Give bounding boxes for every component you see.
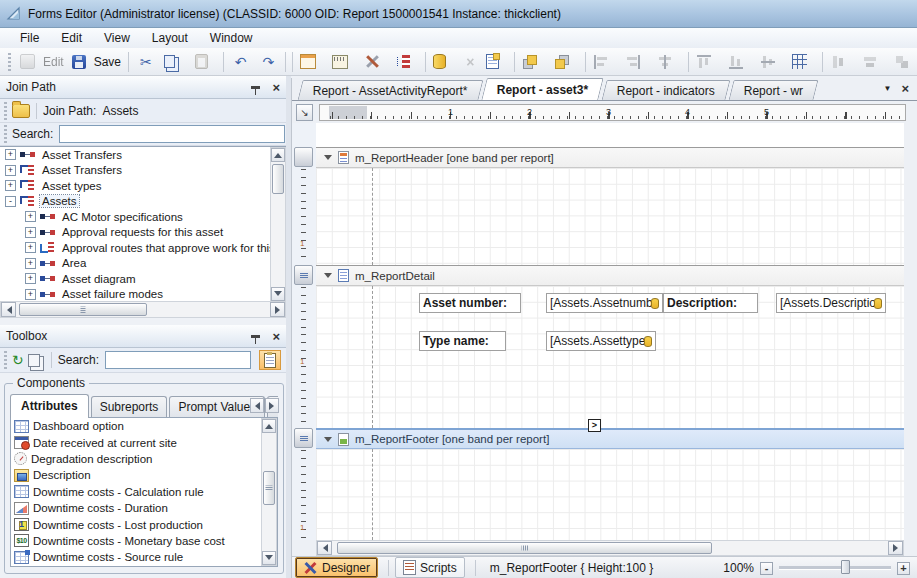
save-button[interactable]: Save: [68, 51, 125, 73]
join-path-search-input[interactable]: [59, 125, 285, 143]
tree-expand-box[interactable]: +: [25, 211, 36, 222]
zoom-out-button[interactable]: -: [760, 562, 773, 575]
tab-scroll-right-button[interactable]: [265, 398, 279, 413]
toolbar-grip[interactable]: [8, 53, 11, 71]
report-footer-band-header[interactable]: m_ReportFooter [one band per report]: [316, 428, 904, 449]
report-detail-band[interactable]: Asset number: [Assets.Assetnumber Descri…: [316, 286, 904, 428]
report-tools-button[interactable]: [360, 51, 392, 73]
tab-list-dropdown-icon[interactable]: ▼: [883, 84, 891, 93]
collapse-triangle-icon[interactable]: [324, 273, 332, 282]
tree-horizontal-scrollbar[interactable]: [0, 301, 286, 318]
size-both-button[interactable]: [890, 51, 917, 73]
tree-expand-box[interactable]: +: [25, 273, 36, 284]
scrollbar-thumb[interactable]: [272, 164, 284, 194]
type-name-data-field[interactable]: [Assets.Assettype.: [546, 331, 656, 351]
canvas-horizontal-scrollbar[interactable]: [316, 540, 904, 556]
description-label-field[interactable]: Description:: [663, 293, 758, 313]
align-centers-button[interactable]: [653, 51, 685, 73]
redo-button[interactable]: ↷: [255, 51, 283, 73]
close-icon[interactable]: ×: [272, 330, 280, 343]
components-tab-subreports[interactable]: Subreports: [91, 396, 168, 418]
scroll-up-button[interactable]: [271, 148, 285, 162]
report-detail-band-header[interactable]: m_ReportDetail: [316, 265, 904, 286]
component-downtime-costs-source-rule[interactable]: Downtime costs - Source rule: [11, 549, 277, 565]
menu-layout[interactable]: Layout: [142, 29, 198, 47]
band-drag-handle[interactable]: [294, 265, 313, 285]
collapse-triangle-icon[interactable]: [324, 155, 332, 164]
edit-button[interactable]: Edit: [16, 51, 68, 73]
asset-number-label-field[interactable]: Asset number:: [419, 293, 521, 313]
menu-edit[interactable]: Edit: [51, 29, 92, 47]
tree-item-assets[interactable]: - Assets: [0, 194, 286, 210]
send-to-back-button[interactable]: [550, 51, 582, 73]
delete-button[interactable]: ×: [458, 51, 482, 73]
description-data-field[interactable]: [Assets.Descriptio: [776, 293, 886, 313]
tree-item-asset-failure-modes[interactable]: + Asset failure modes: [0, 287, 286, 303]
doc-tab-asset3[interactable]: Report - asset3*: [481, 78, 604, 100]
component-downtime-costs-duration[interactable]: Downtime costs - Duration: [11, 500, 277, 516]
close-document-icon[interactable]: ×: [901, 82, 909, 95]
component-date-received-at-current-site[interactable]: Date received at current site: [11, 434, 277, 450]
tree-expand-box[interactable]: +: [25, 227, 36, 238]
designer-mode-button[interactable]: Designer: [295, 557, 378, 578]
tree-expand-box[interactable]: +: [5, 149, 16, 160]
close-icon[interactable]: ×: [272, 81, 280, 94]
tree-expand-box[interactable]: +: [5, 165, 16, 176]
component-description[interactable]: Description: [11, 467, 277, 483]
toolbar-grip[interactable]: [4, 351, 7, 369]
copy-button[interactable]: [160, 51, 191, 73]
tree-item-area[interactable]: + Area: [0, 256, 286, 272]
zoom-in-button[interactable]: +: [897, 562, 910, 575]
scroll-left-button[interactable]: [1, 302, 16, 317]
menu-file[interactable]: File: [10, 29, 49, 47]
tree-item-ac-motor-specifications[interactable]: + AC Motor specifications: [0, 209, 286, 225]
folder-icon[interactable]: [12, 104, 30, 118]
tree-vertical-scrollbar[interactable]: [270, 147, 286, 302]
report-notes-button[interactable]: [482, 51, 511, 73]
toolbar-grip[interactable]: [4, 125, 7, 143]
tree-item-asset-diagram[interactable]: + Asset diagram: [0, 271, 286, 287]
tab-scroll-left-button[interactable]: [250, 398, 264, 413]
size-to-tallest-button[interactable]: [826, 51, 858, 73]
asset-number-data-field[interactable]: [Assets.Assetnumber: [546, 293, 663, 313]
align-middles-button[interactable]: [756, 51, 788, 73]
tree-expand-box[interactable]: +: [5, 180, 16, 191]
tree-item-asset-transfers-2[interactable]: + Asset Transfers: [0, 163, 286, 179]
tree-item-asset-types[interactable]: + Asset types: [0, 178, 286, 194]
components-tab-attributes[interactable]: Attributes: [10, 394, 89, 418]
tree-expand-box[interactable]: +: [25, 242, 36, 253]
menu-window[interactable]: Window: [200, 29, 263, 47]
align-rights-button[interactable]: [621, 51, 653, 73]
select-report-button[interactable]: ↘: [296, 104, 313, 121]
components-vertical-scrollbar[interactable]: [261, 418, 277, 566]
report-footer-band[interactable]: [316, 449, 904, 540]
component-degradation-description[interactable]: Degradation description: [11, 451, 277, 467]
doc-tab-assetactivityreport[interactable]: Report - AssetActivityReport*: [298, 80, 484, 100]
align-lefts-button[interactable]: [589, 51, 621, 73]
scrollbar-thumb[interactable]: [263, 471, 275, 505]
doc-tab-wr[interactable]: Report - wr: [729, 80, 819, 100]
band-drag-handle[interactable]: [294, 147, 313, 167]
type-name-label-field[interactable]: Type name:: [419, 331, 506, 351]
scroll-up-button[interactable]: [262, 419, 276, 433]
scroll-down-button[interactable]: [262, 551, 276, 565]
scroll-down-button[interactable]: [271, 287, 285, 301]
zoom-slider-track[interactable]: [779, 566, 891, 570]
component-dashboard-option[interactable]: Dashboard option: [11, 418, 277, 434]
tree-expand-box[interactable]: +: [25, 289, 36, 300]
menu-view[interactable]: View: [94, 29, 140, 47]
form-properties-button[interactable]: [296, 51, 328, 73]
report-header-band[interactable]: [316, 168, 904, 265]
tree-expand-box[interactable]: -: [5, 196, 16, 207]
tree-expand-box[interactable]: +: [25, 258, 36, 269]
doc-tab-indicators[interactable]: Report - indicators: [602, 80, 731, 100]
tree-item-approval-routes[interactable]: + Approval routes that approve work for …: [0, 240, 286, 256]
cut-button[interactable]: ✂: [132, 51, 160, 73]
band-drag-handle[interactable]: [294, 428, 313, 448]
scripts-mode-button[interactable]: Scripts: [395, 557, 465, 578]
pin-icon[interactable]: [251, 335, 260, 338]
refresh-icon[interactable]: ↻: [12, 352, 24, 368]
report-header-band-header[interactable]: m_ReportHeader [one band per report]: [316, 147, 904, 168]
paste-button[interactable]: [191, 51, 220, 73]
scroll-right-button[interactable]: [888, 541, 903, 555]
